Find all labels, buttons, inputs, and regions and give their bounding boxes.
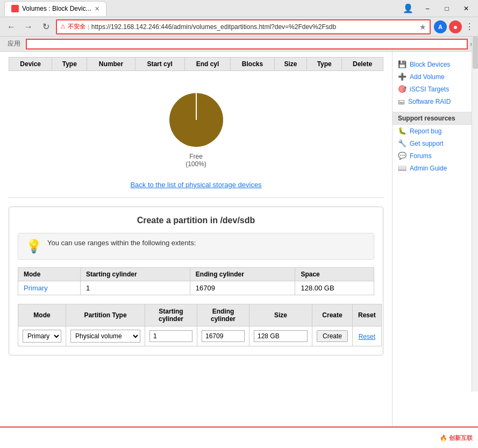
bookmarks-bar: 应用 » — [0, 37, 478, 52]
sidebar-label-iscsi: iSCSI Targets — [410, 86, 449, 93]
sidebar-link-get-support[interactable]: 🔧 Get support — [393, 137, 478, 150]
tab-close-button[interactable]: ✕ — [95, 5, 99, 12]
col-size: Size — [274, 58, 307, 71]
close-button[interactable]: ✕ — [459, 3, 474, 14]
browser-frame: Volumes : Block Devic... ✕ 👤 – □ ✕ ← → ↻… — [0, 0, 478, 448]
mode-select[interactable]: Primary Logical — [23, 330, 61, 343]
extents-table: Mode Starting cylinder Ending cylinder S… — [18, 267, 374, 295]
form-col-ending-cyl: Endingcylinder — [197, 304, 249, 326]
sidebar-link-add-volume[interactable]: ➕ Add Volume — [393, 70, 478, 83]
apps-bookmark[interactable]: 应用 — [4, 38, 24, 49]
sidebar-link-block-devices[interactable]: 💾 Block Devices — [393, 58, 478, 70]
status-bar: 🔥 创新互联 — [0, 426, 478, 448]
url-separator: | — [88, 24, 89, 30]
create-partition-box: Create a partition in /dev/sdb 💡 You can… — [9, 207, 383, 355]
sidebar-label-software-raid: Software RAID — [408, 98, 451, 105]
extents-mode-cell: Primary — [18, 281, 81, 295]
create-button-cell: Create — [312, 326, 353, 346]
menu-button[interactable]: ⋮ — [465, 22, 474, 32]
partition-header-table: Device Type Number Start cyl End cyl Blo… — [9, 57, 383, 71]
main-content-area: Device Type Number Start cyl End cyl Blo… — [0, 52, 392, 426]
security-warning-icon: ⚠ — [60, 23, 66, 30]
profile-button[interactable]: 👤 — [401, 3, 416, 14]
forum-icon: 💬 — [398, 152, 406, 160]
sidebar-label-forums: Forums — [410, 152, 432, 160]
form-col-size: Size — [249, 304, 312, 326]
plus-icon: ➕ — [398, 73, 406, 81]
pie-label-percent: (100%) — [186, 160, 206, 168]
address-bar[interactable]: ⚠ 不安全 | https://192.168.142.246:446/admi… — [56, 19, 431, 34]
guide-icon: 📖 — [398, 164, 406, 172]
right-sidebar: 💾 Block Devices ➕ Add Volume 🎯 iSCSI Tar… — [392, 52, 478, 426]
nav-bar: ← → ↻ ⚠ 不安全 | https://192.168.142.246:44… — [0, 17, 478, 37]
pie-label: Free (100%) — [186, 153, 206, 168]
refresh-button[interactable]: ↻ — [39, 20, 53, 34]
col-device: Device — [9, 58, 52, 71]
form-col-reset: Reset — [353, 304, 382, 326]
extents-col-end: Ending cylinder — [190, 268, 295, 281]
raid-icon: 🖴 — [398, 97, 405, 105]
browser-content: Device Type Number Start cyl End cyl Blo… — [0, 52, 478, 426]
maximize-button[interactable]: □ — [439, 3, 454, 14]
sidebar-label-admin-guide: Admin Guide — [410, 165, 447, 172]
create-partition-title: Create a partition in /dev/sdb — [18, 216, 374, 225]
extents-end-cell: 16709 — [190, 281, 295, 295]
tab-title: Volumes : Block Devic... — [22, 5, 91, 12]
extents-start-cell: 1 — [80, 281, 190, 295]
extents-space-cell: 128.00 GB — [295, 281, 374, 295]
reset-link[interactable]: Reset — [359, 333, 375, 340]
scrollbar-thumb[interactable] — [473, 52, 478, 69]
sidebar-link-forums[interactable]: 💬 Forums — [393, 150, 478, 162]
sidebar-label-block-devices: Block Devices — [410, 61, 450, 68]
minimize-button[interactable]: – — [420, 3, 435, 14]
support-section-title: Support resources — [393, 112, 478, 125]
status-logo: 🔥 创新互联 — [440, 434, 473, 442]
pie-label-free: Free — [189, 153, 203, 160]
form-col-partition-type: Partition Type — [66, 304, 145, 326]
bug-icon: 🐛 — [398, 127, 406, 135]
tab-favicon — [11, 5, 19, 12]
scrollbar-track[interactable] — [472, 52, 478, 392]
ending-cylinder-input[interactable]: 16709 — [202, 330, 245, 342]
starting-cylinder-input[interactable]: 1 — [149, 330, 192, 342]
support-icon: 🔧 — [398, 139, 406, 147]
col-blocks: Blocks — [231, 58, 274, 71]
security-label: 不安全 — [68, 23, 85, 31]
create-button[interactable]: Create — [317, 330, 348, 342]
mode-select-cell: Primary Logical — [18, 326, 66, 346]
partition-type-select[interactable]: Physical volume Linux Linux swap Extende… — [70, 330, 140, 343]
nav-sidebar-section: 💾 Block Devices ➕ Add Volume 🎯 iSCSI Tar… — [393, 55, 478, 108]
extents-col-space: Space — [295, 268, 374, 281]
back-button[interactable]: ← — [4, 20, 18, 34]
sidebar-label-get-support: Get support — [410, 140, 444, 147]
extents-col-start: Starting cylinder — [80, 268, 190, 281]
bookmark-star-icon[interactable]: ★ — [419, 23, 426, 31]
url-text[interactable]: https://192.168.142.246:446/admin/volume… — [91, 23, 417, 31]
extension-buttons: A ● — [434, 20, 462, 33]
sidebar-link-admin-guide[interactable]: 📖 Admin Guide — [393, 162, 478, 174]
disk-usage-chart: Free (100%) — [0, 90, 392, 168]
size-input[interactable]: 128 GB — [254, 330, 308, 342]
form-col-starting-cyl: Startingcylinder — [145, 304, 197, 326]
target-icon: 🎯 — [398, 85, 406, 93]
sidebar-link-report-bug[interactable]: 🐛 Report bug — [393, 125, 478, 137]
hint-text: You can use ranges within the following … — [47, 239, 196, 247]
create-form-table: Mode Partition Type Startingcylinder End… — [18, 304, 382, 346]
create-partition-section: Create a partition in /dev/sdb 💡 You can… — [0, 207, 392, 373]
forward-button[interactable]: → — [22, 20, 35, 34]
support-sidebar-section: Support resources 🐛 Report bug 🔧 Get sup… — [393, 112, 478, 174]
partition-table-section: Device Type Number Start cyl End cyl Blo… — [0, 52, 392, 82]
title-bar: Volumes : Block Devic... ✕ 👤 – □ ✕ — [0, 0, 478, 17]
browser-tab[interactable]: Volumes : Block Devic... ✕ — [4, 1, 106, 16]
extension-red-button[interactable]: ● — [449, 20, 462, 33]
col-start-cyl: Start cyl — [135, 58, 184, 71]
starting-cyl-cell: 1 — [145, 326, 197, 346]
sidebar-link-software-raid[interactable]: 🖴 Software RAID — [393, 95, 478, 108]
extension-a-button[interactable]: A — [434, 20, 447, 33]
sidebar-link-iscsi[interactable]: 🎯 iSCSI Targets — [393, 83, 478, 95]
sidebar-label-add-volume: Add Volume — [410, 73, 445, 81]
hint-box: 💡 You can use ranges within the followin… — [18, 233, 374, 260]
back-to-storage-link[interactable]: Back to the list of physical storage dev… — [0, 181, 392, 189]
reset-cell: Reset — [353, 326, 382, 346]
partition-type-select-cell: Physical volume Linux Linux swap Extende… — [66, 326, 145, 346]
